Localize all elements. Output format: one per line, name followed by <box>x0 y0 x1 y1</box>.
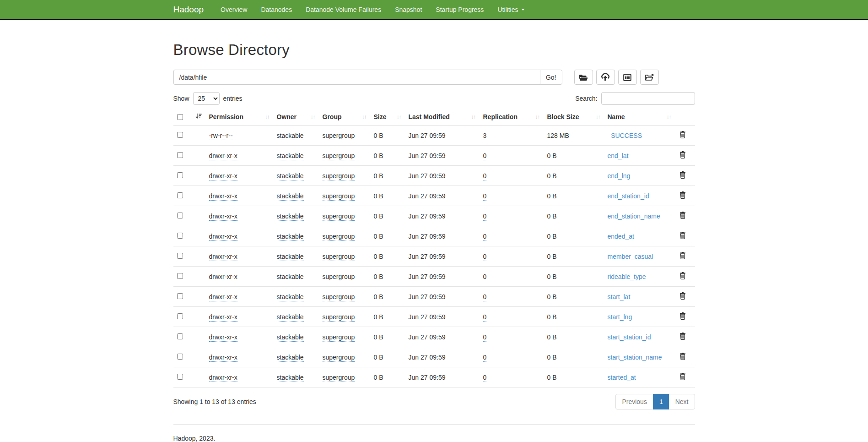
replication-value[interactable]: 0 <box>483 172 487 180</box>
permission-value[interactable]: drwxr-xr-x <box>209 192 237 201</box>
owner-value[interactable]: stackable <box>277 333 304 342</box>
permission-value[interactable]: drwxr-xr-x <box>209 152 237 160</box>
row-checkbox[interactable] <box>177 354 183 360</box>
column-header-permission[interactable]: Permission↓↑ <box>205 109 273 126</box>
group-value[interactable]: supergroup <box>323 253 355 261</box>
replication-value[interactable]: 0 <box>483 253 487 261</box>
delete-button[interactable] <box>679 291 687 302</box>
row-checkbox[interactable] <box>177 233 183 239</box>
replication-value[interactable]: 0 <box>483 333 487 342</box>
row-checkbox[interactable] <box>177 132 183 138</box>
nav-item-datanode-volume-failures[interactable]: Datanode Volume Failures <box>299 0 388 19</box>
file-link[interactable]: member_casual <box>608 253 653 260</box>
column-header-replication[interactable]: Replication↓↑ <box>480 109 544 126</box>
replication-value[interactable]: 0 <box>483 354 487 362</box>
delete-button[interactable] <box>679 352 687 362</box>
delete-button[interactable] <box>679 271 687 282</box>
group-value[interactable]: supergroup <box>323 333 355 342</box>
owner-value[interactable]: stackable <box>277 132 304 140</box>
file-link[interactable]: end_lat <box>608 152 629 159</box>
group-value[interactable]: supergroup <box>323 374 355 382</box>
file-link[interactable]: end_lng <box>608 172 631 180</box>
column-header-block-size[interactable]: Block Size↓↑ <box>544 109 604 126</box>
owner-value[interactable]: stackable <box>277 192 304 201</box>
upload-files-button[interactable] <box>596 70 615 85</box>
row-checkbox[interactable] <box>177 333 183 339</box>
group-value[interactable]: supergroup <box>323 313 355 322</box>
file-link[interactable]: end_station_name <box>608 213 660 220</box>
pagination-next[interactable]: Next <box>669 394 695 409</box>
directory-path-input[interactable] <box>173 70 540 85</box>
move-files-button[interactable] <box>640 70 659 85</box>
permission-value[interactable]: drwxr-xr-x <box>209 172 237 180</box>
permission-value[interactable]: drwxr-xr-x <box>209 233 237 241</box>
column-header-owner[interactable]: Owner↓↑ <box>273 109 319 126</box>
delete-button[interactable] <box>679 372 687 382</box>
group-value[interactable]: supergroup <box>323 233 355 241</box>
select-all-checkbox[interactable] <box>177 114 183 120</box>
column-header-group[interactable]: Group↓↑ <box>319 109 370 126</box>
replication-value[interactable]: 0 <box>483 293 487 301</box>
file-link[interactable]: start_lng <box>608 313 632 321</box>
owner-value[interactable]: stackable <box>277 293 304 301</box>
nav-dropdown-utilities[interactable]: Utilities <box>491 0 531 19</box>
row-checkbox[interactable] <box>177 313 183 319</box>
replication-value[interactable]: 0 <box>483 213 487 221</box>
file-details-button[interactable] <box>618 70 637 85</box>
permission-value[interactable]: drwxr-xr-x <box>209 253 237 261</box>
file-link[interactable]: _SUCCESS <box>608 132 642 139</box>
permission-value[interactable]: drwxr-xr-x <box>209 273 237 281</box>
nav-item-overview[interactable]: Overview <box>214 0 254 19</box>
group-value[interactable]: supergroup <box>323 273 355 281</box>
permission-value[interactable]: drwxr-xr-x <box>209 333 237 342</box>
file-link[interactable]: ended_at <box>608 233 634 240</box>
delete-button[interactable] <box>679 170 687 181</box>
delete-button[interactable] <box>679 191 687 201</box>
pagination-page-1[interactable]: 1 <box>653 394 669 409</box>
file-link[interactable]: rideable_type <box>608 273 646 280</box>
row-checkbox[interactable] <box>177 152 183 158</box>
group-value[interactable]: supergroup <box>323 132 355 140</box>
replication-value[interactable]: 3 <box>483 132 487 140</box>
group-value[interactable]: supergroup <box>323 192 355 201</box>
replication-value[interactable]: 0 <box>483 374 487 382</box>
replication-value[interactable]: 0 <box>483 273 487 281</box>
row-checkbox[interactable] <box>177 273 183 279</box>
replication-value[interactable]: 0 <box>483 152 487 160</box>
owner-value[interactable]: stackable <box>277 152 304 160</box>
brand-link[interactable]: Hadoop <box>173 0 204 19</box>
delete-button[interactable] <box>679 311 687 322</box>
create-directory-button[interactable] <box>574 70 593 85</box>
owner-value[interactable]: stackable <box>277 233 304 241</box>
group-value[interactable]: supergroup <box>323 172 355 180</box>
permission-value[interactable]: drwxr-xr-x <box>209 374 237 382</box>
owner-value[interactable]: stackable <box>277 172 304 180</box>
nav-item-datanodes[interactable]: Datanodes <box>254 0 299 19</box>
owner-value[interactable]: stackable <box>277 273 304 281</box>
owner-value[interactable]: stackable <box>277 213 304 221</box>
delete-button[interactable] <box>679 231 687 241</box>
permission-value[interactable]: drwxr-xr-x <box>209 313 237 322</box>
delete-button[interactable] <box>679 251 687 262</box>
search-input[interactable] <box>601 92 695 105</box>
delete-button[interactable] <box>679 130 687 141</box>
group-value[interactable]: supergroup <box>323 213 355 221</box>
file-link[interactable]: start_station_id <box>608 333 651 341</box>
pagination-previous[interactable]: Previous <box>615 394 653 409</box>
owner-value[interactable]: stackable <box>277 313 304 322</box>
row-checkbox[interactable] <box>177 374 183 380</box>
delete-button[interactable] <box>679 332 687 342</box>
page-size-select[interactable]: 25 <box>193 92 220 105</box>
permission-value[interactable]: drwxr-xr-x <box>209 293 237 301</box>
column-header-last-modified[interactable]: Last Modified↓↑ <box>405 109 480 126</box>
column-header-size[interactable]: Size↓↑ <box>370 109 405 126</box>
file-link[interactable]: end_station_id <box>608 192 649 200</box>
file-link[interactable]: start_lat <box>608 293 631 300</box>
nav-item-snapshot[interactable]: Snapshot <box>388 0 429 19</box>
replication-value[interactable]: 0 <box>483 233 487 241</box>
permission-value[interactable]: drwxr-xr-x <box>209 354 237 362</box>
owner-value[interactable]: stackable <box>277 253 304 261</box>
permission-value[interactable]: drwxr-xr-x <box>209 213 237 221</box>
row-checkbox[interactable] <box>177 253 183 259</box>
select-all-header[interactable] <box>173 109 205 126</box>
